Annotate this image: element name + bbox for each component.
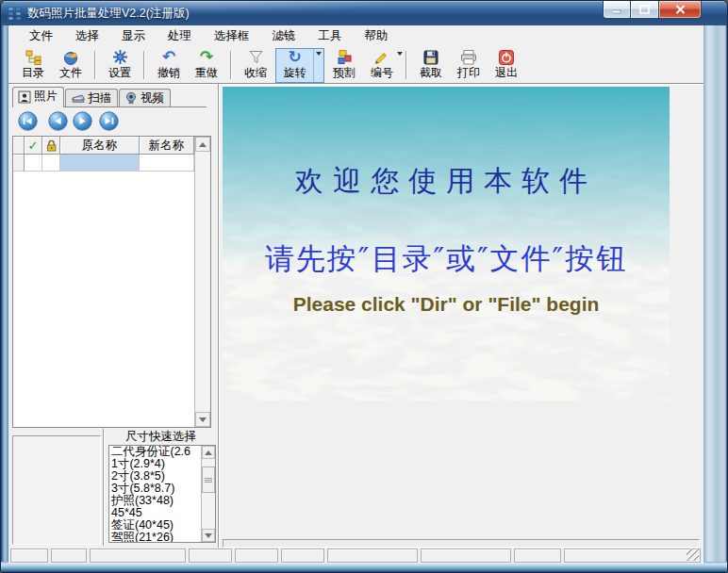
scrollbar-down-button[interactable] — [195, 412, 210, 427]
file-table: ✓ 原名称 新名称 — [12, 136, 211, 428]
toolbar-button-file[interactable]: 文件 — [52, 49, 90, 82]
maximize-button[interactable] — [631, 1, 658, 19]
first-record-button[interactable] — [18, 111, 38, 131]
size-listbox: 二代身份证(2.6 1寸(2.9*4) 2寸(3.8*5) 3寸(5.8*8.7… — [108, 445, 216, 543]
power-exit-icon — [498, 49, 515, 66]
menu-bar: 文件 选择 显示 处理 选择框 滤镜 工具 帮助 — [8, 25, 703, 47]
scrollbar-up-button[interactable] — [202, 446, 215, 459]
status-bar — [8, 548, 703, 564]
window-border-left — [1, 25, 8, 572]
toolbar: 目录 文件 设置 ↶ 撤销 ↷ 重做 — [8, 47, 703, 83]
toolbar-button-number[interactable]: 编号 — [363, 49, 401, 82]
row-lock-cell[interactable] — [42, 155, 60, 172]
menu-item-file[interactable]: 文件 — [18, 25, 64, 47]
size-option[interactable]: 驾照(21*26) — [111, 532, 201, 542]
toolbar-button-redo[interactable]: ↷ 重做 — [188, 49, 225, 82]
menu-item-help[interactable]: 帮助 — [354, 25, 400, 47]
rotate-dropdown-button[interactable] — [313, 49, 323, 82]
settings-gear-icon — [112, 49, 128, 66]
toolbar-button-rotate[interactable]: ↻ 旋转 — [275, 48, 324, 83]
col-new-name-header[interactable]: 新名称 — [140, 137, 194, 155]
toolbar-button-shrink[interactable]: 收缩 — [237, 49, 274, 82]
menu-item-process[interactable]: 处理 — [157, 25, 203, 47]
title-bar[interactable]: 数码照片批量处理V2.2(注册版) — [1, 1, 727, 25]
toolbar-button-settings[interactable]: 设置 — [101, 49, 139, 82]
maximize-icon — [639, 5, 650, 14]
file-table-scrollbar[interactable] — [194, 137, 210, 427]
menu-item-selection-box[interactable]: 选择框 — [203, 25, 261, 47]
welcome-text: 欢迎您使用本软件 — [223, 162, 670, 201]
tab-scan[interactable]: 扫描 — [65, 89, 118, 106]
toolbar-button-exit[interactable]: 退出 — [488, 49, 525, 82]
tab-photo[interactable]: 照片 — [12, 87, 64, 107]
toolbar-button-undo[interactable]: ↶ 撤销 — [150, 49, 188, 82]
size-quick-select-panel: 尺寸快速选择 二代身份证(2.6 1寸(2.9*4) 2寸(3.8*5) 3寸(… — [103, 429, 218, 546]
scroll-up-icon — [199, 142, 207, 147]
toolbar-button-capture[interactable]: 截取 — [412, 49, 450, 82]
status-panel — [90, 548, 186, 563]
scrollbar-up-button[interactable] — [195, 137, 210, 152]
toolbar-separator — [230, 51, 232, 79]
row-check-cell[interactable] — [25, 155, 42, 172]
instruction-text-cn: 请先按″目录″或″文件″按钮 — [223, 239, 670, 279]
photo-icon — [18, 90, 31, 104]
menu-item-select[interactable]: 选择 — [64, 25, 110, 47]
next-record-button[interactable] — [73, 111, 92, 131]
col-check-header[interactable]: ✓ — [25, 137, 42, 155]
scrollbar-down-button[interactable] — [202, 529, 215, 542]
minimize-button[interactable] — [603, 1, 631, 19]
rotate-icon: ↻ — [288, 49, 301, 66]
size-panel-title: 尺寸快速选择 — [104, 429, 218, 445]
bottom-left-panel — [12, 435, 101, 545]
tab-video[interactable]: 视频 — [119, 89, 171, 106]
funnel-icon — [248, 49, 264, 66]
window-title: 数码照片批量处理V2.2(注册版) — [27, 1, 190, 25]
scroll-down-icon — [199, 417, 207, 422]
toolbar-button-precut[interactable]: 预割 — [325, 49, 363, 82]
cubes-icon — [336, 49, 353, 66]
first-page-icon — [18, 111, 38, 131]
resize-grip[interactable] — [687, 548, 699, 561]
scrollbar-thumb[interactable] — [202, 467, 215, 493]
toolbar-separator — [94, 51, 96, 79]
close-icon — [675, 5, 686, 14]
close-button[interactable] — [658, 1, 702, 19]
size-list-scrollbar[interactable] — [201, 446, 215, 542]
status-panel — [327, 548, 418, 563]
table-row[interactable] — [13, 155, 194, 172]
toolbar-button-print[interactable]: 打印 — [450, 49, 488, 82]
toolbar-button-directory[interactable]: 目录 — [14, 49, 52, 82]
tab-video-label: 视频 — [141, 90, 164, 106]
source-tabs: 照片 扫描 视频 — [12, 87, 207, 107]
menu-item-filter[interactable]: 滤镜 — [261, 25, 307, 47]
col-lock-header[interactable] — [42, 137, 60, 155]
status-panel — [564, 548, 701, 563]
previous-record-button[interactable] — [48, 111, 68, 131]
status-panel — [421, 548, 511, 563]
col-original-name-header[interactable]: 原名称 — [60, 137, 140, 155]
menu-item-display[interactable]: 显示 — [110, 25, 157, 47]
window-controls — [603, 1, 702, 19]
last-record-button[interactable] — [99, 111, 119, 131]
next-icon — [73, 111, 92, 131]
navigation-buttons — [18, 109, 119, 132]
pencil-tag-icon — [373, 49, 390, 66]
file-pie-icon — [62, 49, 79, 66]
row-original-name-cell[interactable] — [60, 155, 140, 172]
dropdown-arrow-icon[interactable] — [397, 52, 403, 56]
row-new-name-cell[interactable] — [140, 155, 194, 172]
status-panel — [281, 548, 324, 563]
main-area: 照片 扫描 视频 — [8, 83, 703, 548]
menu-item-tools[interactable]: 工具 — [307, 25, 354, 47]
lock-icon — [45, 139, 58, 152]
row-selector-cell[interactable] — [13, 155, 25, 172]
window-border-right — [702, 25, 727, 572]
thumb-grip-icon — [205, 478, 212, 483]
client-area: 文件 选择 显示 处理 选择框 滤镜 工具 帮助 目录 文件 — [8, 25, 703, 564]
printer-icon — [460, 49, 477, 66]
scroll-up-icon — [205, 450, 212, 455]
previous-icon — [48, 111, 68, 131]
status-panel — [189, 548, 232, 563]
dropdown-arrow-icon — [316, 52, 322, 56]
toolbar-separator — [405, 51, 407, 79]
